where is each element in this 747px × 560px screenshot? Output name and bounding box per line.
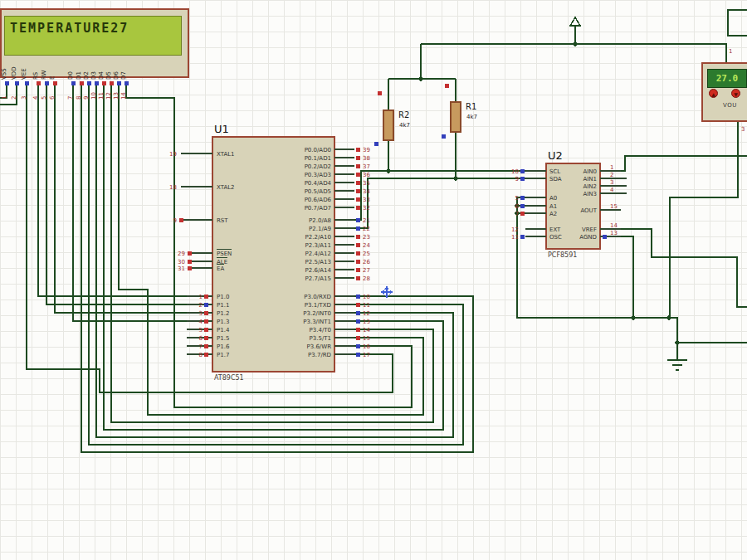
u2-pin-square[interactable] (520, 177, 525, 181)
u1-pin-square[interactable] (356, 268, 360, 272)
u1-pin-square[interactable] (356, 344, 360, 348)
u1-pin-number: 34 (363, 188, 370, 195)
u1-pin-square[interactable] (356, 226, 360, 231)
lcd-pin-square[interactable] (95, 81, 99, 85)
lcd-pin-square[interactable] (5, 81, 9, 85)
resistor-r1-body[interactable] (451, 102, 461, 132)
resistor-r2-body[interactable] (383, 110, 393, 140)
up-arrow-icon: ▲ (711, 91, 715, 97)
u1-pin-square[interactable] (356, 206, 360, 210)
u1-pin-square[interactable] (356, 243, 360, 247)
lcd-pin-square[interactable] (71, 81, 76, 85)
lcd-module[interactable]: TEMPERATURE27 (0, 8, 189, 78)
down-arrow-icon: ▼ (734, 91, 738, 97)
u1-pin-square[interactable] (356, 218, 360, 222)
u1-pin-square[interactable] (356, 197, 360, 202)
u1-pin-square[interactable] (204, 336, 208, 340)
lcd-pin-square[interactable] (102, 81, 106, 85)
lcd-pin-label: D7 (120, 71, 127, 80)
u1-pin-label: P1.2 (217, 310, 229, 317)
u2-pin-square[interactable] (520, 169, 525, 173)
sensor-decrease-button[interactable]: ▼ (731, 89, 740, 98)
u2-pin-number: 15 (610, 203, 618, 210)
lcd-pin-square[interactable] (124, 81, 129, 85)
u1-pin-square[interactable] (188, 251, 192, 256)
u1-pin-label: P0.4/AD4 (305, 180, 332, 187)
u1-pin-square[interactable] (204, 344, 208, 348)
u1-pin-number: 39 (363, 147, 370, 153)
u2-pin-square[interactable] (520, 196, 525, 200)
lcd-pin-square[interactable] (25, 81, 29, 85)
u1-pin-label: PSEN (217, 251, 232, 257)
u2-pin-square[interactable] (520, 204, 525, 208)
u1-pin-label: P1.4 (217, 327, 230, 334)
sensor-increase-button[interactable]: ▲ (709, 89, 718, 98)
sensor-pin-3-number: 3 (741, 126, 745, 133)
u1-pin-label: P2.6/A14 (305, 267, 332, 274)
u2-pin-square[interactable] (603, 235, 607, 239)
u2-pin-square[interactable] (520, 235, 525, 239)
lcd-pin-square[interactable] (15, 81, 19, 85)
u1-pin-number: 33 (363, 197, 370, 203)
lcd-pin-square[interactable] (37, 81, 41, 85)
u2-pin-label: AIN3 (583, 191, 597, 197)
u1-pin-square[interactable] (356, 148, 360, 152)
u1-pin-square[interactable] (356, 251, 360, 256)
wire-sensor-gnd (670, 122, 738, 318)
u1-pin-number: 5 (199, 327, 203, 334)
lcd-pin-number: 13 (113, 92, 120, 100)
u1-pin-label: P1.7 (217, 352, 229, 358)
u1-pin-square[interactable] (179, 218, 183, 222)
lcd-pin-square[interactable] (117, 81, 121, 85)
u1-pin-number: 26 (363, 259, 370, 265)
u1-pin-square[interactable] (356, 328, 360, 332)
u1-pin-square[interactable] (356, 181, 360, 185)
u2-pin-number: 4 (610, 187, 614, 193)
u1-pin-square[interactable] (356, 311, 360, 315)
u1-pin-square[interactable] (356, 156, 360, 160)
u1-pin-square[interactable] (356, 189, 360, 193)
u1-pin-square[interactable] (356, 276, 360, 280)
u1-pin-square[interactable] (204, 311, 208, 315)
u1-pin-square[interactable] (356, 173, 360, 177)
u1-pin-square[interactable] (204, 295, 208, 299)
u1-part: AT89C51 (214, 374, 244, 382)
lcd-pin-square[interactable] (87, 81, 91, 85)
u1-pin-square[interactable] (356, 164, 360, 168)
u1-pin-square[interactable] (356, 295, 360, 299)
u1-pin-number: 11 (363, 302, 370, 309)
lcd-pin-square[interactable] (53, 81, 57, 85)
r1-value: 4k7 (466, 114, 477, 120)
u1-pin-square[interactable] (356, 235, 360, 239)
u2-pin-number: 13 (610, 230, 618, 236)
u1-pin-square[interactable] (204, 319, 208, 324)
u1-pin-number: 18 (169, 184, 177, 191)
u1-pin-number: 9 (173, 217, 177, 224)
lcd-pin-number: 7 (67, 96, 74, 100)
u2-pin-number: 9 (515, 176, 519, 183)
temperature-sensor[interactable]: 27.0 ▲ ▼ VOU (701, 62, 747, 122)
u1-pin-square[interactable] (204, 353, 208, 357)
wire-ain0 (600, 156, 747, 171)
u1-pin-square[interactable] (188, 260, 192, 264)
u1-pin-square[interactable] (356, 303, 360, 307)
lcd-pin-square[interactable] (45, 81, 49, 85)
u2-pin-square[interactable] (520, 212, 525, 216)
lcd-pin-square[interactable] (110, 81, 114, 85)
u1-pin-square[interactable] (204, 303, 208, 307)
wire-topright-frag (728, 10, 747, 36)
u1-pin-square[interactable] (356, 319, 360, 324)
u1-pin-number: 3 (199, 310, 203, 317)
u1-pin-square[interactable] (356, 353, 360, 357)
u1-pin-square[interactable] (204, 328, 208, 332)
u2-pin-number: 2 (610, 172, 613, 178)
u1-pin-square[interactable] (356, 336, 360, 340)
lcd-pin-square[interactable] (80, 81, 84, 85)
u1-pin-square[interactable] (356, 260, 360, 264)
u1-pin-number: 17 (363, 352, 370, 358)
schematic-canvas[interactable]: 39P0.0/AD038P0.1/AD137P0.2/AD236P0.3/AD3… (0, 0, 747, 560)
u1-pin-square[interactable] (188, 266, 192, 270)
u2-pin-label: SDA (549, 176, 562, 183)
u1-pin-number: 32 (363, 205, 370, 212)
u2-part: PCF8591 (548, 251, 577, 259)
